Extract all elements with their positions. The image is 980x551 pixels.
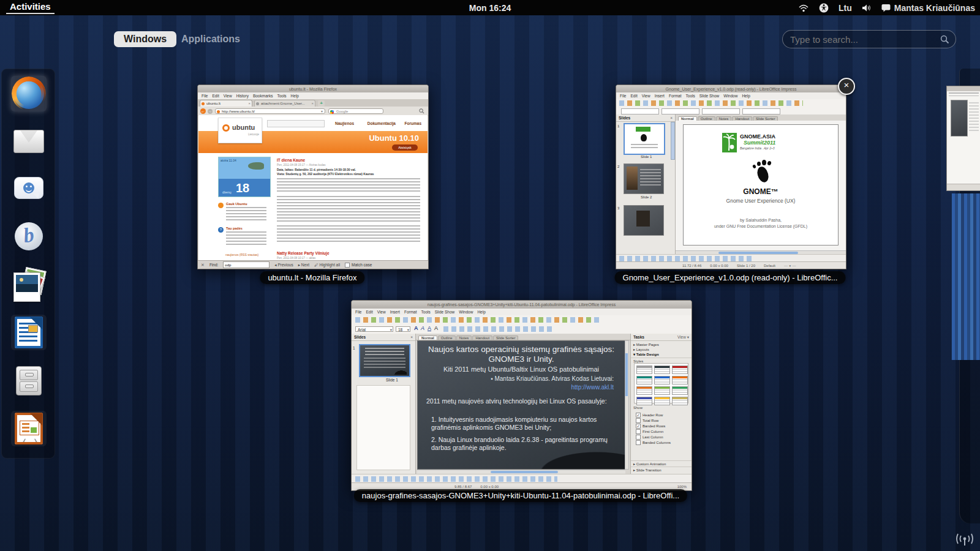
table-styles-grid[interactable] <box>634 363 688 403</box>
dock-item-empathy-chat[interactable] <box>11 170 47 206</box>
v-scrollbar[interactable] <box>625 340 629 470</box>
back-button[interactable]: ← <box>200 108 206 114</box>
underline-button[interactable]: A <box>428 325 431 331</box>
slide-body-intro[interactable]: 2011 metų naujovės atvirų technologijų b… <box>426 397 619 405</box>
window-caption-main-impress[interactable]: naujos-grafines-sasajos-GNOME3+Unity+kit… <box>354 489 687 502</box>
table-style-swatch[interactable] <box>654 386 670 395</box>
tasks-section-custom-animation[interactable]: ▸ Custom Animation <box>631 460 692 467</box>
checkbox-header-row[interactable]: Header Row <box>636 412 690 418</box>
slide-thumbnail-1[interactable] <box>359 344 410 377</box>
slide-item-1[interactable]: 1. Intuityvesnis naudojimasis kompiuteri… <box>431 416 619 432</box>
slide-canvas[interactable]: Naujos kartos operacinių sistemų grafinė… <box>417 340 625 470</box>
dock-item-firefox[interactable] <box>11 76 47 111</box>
new-tab-button[interactable]: + <box>318 100 325 107</box>
dock-item-libreoffice-writer[interactable] <box>11 315 47 350</box>
dock-item-banshee[interactable] <box>11 219 47 254</box>
url-bar[interactable]: http://www.ubuntu.lt/ ▾ <box>215 108 325 114</box>
panel-close-icon[interactable]: × <box>670 116 673 120</box>
canvas-area[interactable]: GNOME.ASIA Summit2011 Bangalore India . … <box>676 121 846 251</box>
window-main-impress[interactable]: naujos-grafines-sasajos-GNOME3+Unity+kit… <box>351 300 692 491</box>
workspace-window-preview[interactable] <box>946 86 980 191</box>
font-size-select[interactable]: 18▾ <box>396 326 410 332</box>
dock-item-libreoffice-impress[interactable] <box>11 411 47 446</box>
activities-button[interactable]: Activities <box>6 1 55 14</box>
window-firefox[interactable]: ubuntu.lt - Mozilla Firefox FileEditView… <box>197 84 429 269</box>
rss-link[interactable]: naujienos (RSS srautas) <box>225 253 258 257</box>
slides-panel[interactable]: Slides× 1 Slide 1 2 Slide 2 3 <box>616 114 676 255</box>
firefox-tab-active[interactable]: ubuntu.lt× <box>200 100 252 107</box>
firefox-page[interactable]: Ubuntu 10.10 Atsisiųsk ubuntu Lietuvoje … <box>198 115 428 261</box>
search-input[interactable] <box>789 34 940 45</box>
nav-naujienos[interactable]: Naujienos <box>335 121 354 126</box>
find-previous-button[interactable]: ◂ Previous <box>274 263 293 268</box>
zoom-slider[interactable]: —●— <box>784 264 797 268</box>
page-search-icon[interactable] <box>419 108 424 114</box>
toolbar-dropdown[interactable] <box>621 108 659 114</box>
download-button[interactable]: Atsisiųsk <box>392 144 418 151</box>
nav-forumas[interactable]: Forumas <box>405 121 421 126</box>
highlight-all-button[interactable]: 🖊 Highlight all <box>314 263 340 267</box>
window-caption-firefox[interactable]: ubuntu.lt - Mozilla Firefox <box>260 271 364 284</box>
checkbox-first-column[interactable]: First Column <box>636 429 690 434</box>
text-format-toolbar[interactable]: Arial▾ 18▾ A A A A <box>352 324 692 334</box>
standard-toolbar[interactable] <box>352 315 692 325</box>
table-style-swatch[interactable] <box>636 376 652 384</box>
shadow-button[interactable]: A <box>434 325 438 331</box>
accessibility-icon[interactable] <box>819 3 829 13</box>
toolbar-dropdown[interactable] <box>702 108 740 114</box>
slide-canvas[interactable]: GNOME.ASIA Summit2011 Bangalore India . … <box>683 124 839 246</box>
user-menu[interactable]: Mantas Kriaučiūnas <box>881 3 975 13</box>
tab-applications[interactable]: Applications <box>181 31 240 47</box>
slides-panel[interactable]: Slides× 1 Slide 1 <box>352 334 416 474</box>
table-style-swatch[interactable] <box>636 397 652 405</box>
italic-button[interactable]: A <box>421 325 424 331</box>
font-name-select[interactable]: Arial▾ <box>355 326 393 332</box>
ubuntu-logo-card[interactable]: ubuntu Lietuvoje <box>218 118 262 143</box>
firefox-tab-2[interactable]: attachment:Gnome_User...× <box>254 100 315 107</box>
tasks-panel[interactable]: TasksView ▾ ▸ Master Pages ▸ Layouts ▾ T… <box>630 334 692 474</box>
table-style-swatch[interactable] <box>636 386 652 395</box>
tasks-section-master-pages[interactable]: ▸ Master Pages <box>631 341 692 347</box>
site-search-input[interactable] <box>267 120 325 127</box>
network-broadcast-icon[interactable] <box>953 530 976 547</box>
slide-thumbnail-2[interactable] <box>624 163 664 194</box>
tasks-section-slide-transition[interactable]: ▸ Slide Transition <box>631 467 692 473</box>
slide-title[interactable]: Naujos kartos operacinių sistemų grafinė… <box>418 345 625 365</box>
table-style-swatch[interactable] <box>654 397 670 405</box>
findbar-close-icon[interactable]: ✕ <box>201 263 205 268</box>
language-indicator[interactable]: Ltu <box>839 3 852 13</box>
search-box[interactable] <box>782 30 956 48</box>
slide-subtitle[interactable]: Kiti 2011 metų Ubuntu/Baltix Linux OS pa… <box>418 365 625 373</box>
checkbox-total-row[interactable]: Total Row <box>636 418 690 423</box>
countdown-widget[interactable]: atvira 11.04 dienų 18 <box>218 157 271 197</box>
forward-button[interactable]: → <box>208 109 213 114</box>
dock-item-nautilus-files[interactable] <box>11 363 47 399</box>
table-style-swatch[interactable] <box>672 386 688 395</box>
tasks-view-menu[interactable]: View ▾ <box>677 335 689 340</box>
dock-item-evolution-mail[interactable] <box>11 124 47 159</box>
find-next-button[interactable]: ▸ Next <box>298 263 309 268</box>
window-close-button[interactable]: × <box>838 78 855 95</box>
slide-link[interactable]: http://www.akl.lt <box>418 384 614 391</box>
workspace-wallpaper-preview[interactable] <box>951 193 980 360</box>
nav-dokumentacija[interactable]: Dokumentacija <box>368 121 396 126</box>
slide-bullet[interactable]: ▪ Mantas Kriaučiūnas. Atviras Kodas Liet… <box>418 375 614 382</box>
view-tabs[interactable]: NormalOutline NotesHandout Slide Sorter <box>416 334 630 340</box>
tasks-section-layouts[interactable]: ▸ Layouts <box>631 347 692 351</box>
match-case-checkbox[interactable]: Match case <box>345 262 372 268</box>
wifi-icon[interactable] <box>798 4 809 12</box>
checkbox-banded-columns[interactable]: Banded Columns <box>636 440 690 445</box>
alignment-buttons[interactable] <box>443 326 554 332</box>
tasks-section-table-design[interactable]: ▾ Table Design <box>631 351 692 358</box>
find-input[interactable] <box>223 261 270 268</box>
url-dropdown-icon[interactable]: ▾ <box>321 109 323 114</box>
h-scrollbar[interactable] <box>417 470 625 474</box>
table-style-swatch[interactable] <box>672 365 688 374</box>
find-bar[interactable]: ✕ Find: ◂ Previous ▸ Next 🖊 Highlight al… <box>198 260 428 269</box>
toolbar-dropdown[interactable] <box>662 108 699 114</box>
table-style-swatch[interactable] <box>654 365 670 374</box>
window-gnome-impress[interactable]: Gnome_User_Experience_v1.0.odp (read-onl… <box>616 84 846 269</box>
checkbox-last-column[interactable]: Last Column <box>636 434 690 440</box>
volume-icon[interactable] <box>862 4 872 12</box>
toolbar-dropdown[interactable] <box>742 108 780 114</box>
